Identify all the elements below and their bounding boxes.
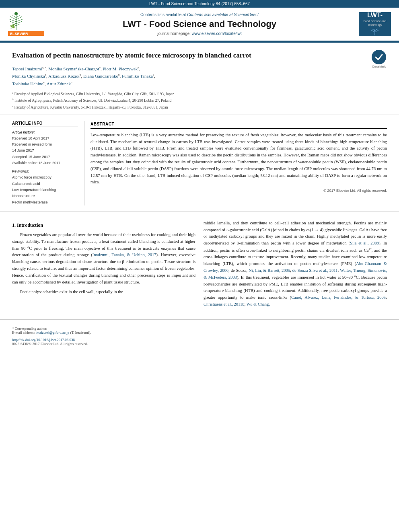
corresponding-label: * Corresponding author. (12, 327, 387, 331)
right-column: middle lamella, and they contribute to c… (204, 220, 387, 311)
keyword-1: Atomic force microscopy (12, 175, 78, 181)
journal-title: LWT - Food Science and Technology (48, 19, 351, 29)
keyword-4: Nanostructure (12, 193, 78, 199)
date-accepted: Accepted 15 June 2017 (12, 154, 78, 160)
affiliations: a Faculty of Applied Biological Sciences… (12, 91, 363, 111)
author-8: Toshitaka Uchino (12, 81, 43, 86)
elsevier-logo: 🌿 ELSEVIER (8, 12, 44, 37)
ref-desouza[interactable]: de Souza Silva et al., 2011 (292, 268, 338, 273)
email-line: E-mail address: imaizumi@gifu-u.ac.jp (T… (12, 331, 387, 335)
authors-line: Teppei Imaizumia, *, Monika Szymańska-Ch… (12, 65, 363, 88)
abstract-section: ABSTRACT Low-temperature blanching (LTB)… (84, 121, 387, 205)
journal-homepage: journal homepage: www.elsevier.com/locat… (48, 31, 351, 36)
history-title: Article history: (12, 130, 78, 134)
intro-paragraph-2: Pectic polysaccharides exist in the cell… (12, 289, 195, 296)
author-7: Fumihiko Tanaka (122, 74, 153, 78)
homepage-link[interactable]: www.elsevier.com/locate/lwt (192, 31, 242, 36)
footer-divider (12, 324, 60, 324)
author-3: Piotr M. Pieczywek (103, 66, 138, 71)
ref-canet[interactable]: Canet, Alvarez, Luna, Fernández, & Torto… (291, 295, 386, 300)
author-2: Monika Szymańska-Chargot (48, 66, 99, 71)
svg-point-21 (373, 51, 385, 63)
author-9: Artur Zdunek (47, 81, 71, 86)
author-1: Teppei Imaizumi (12, 66, 42, 71)
lwt-logo: LWT- Food Science andTechnology (359, 12, 391, 36)
svg-line-19 (372, 29, 375, 31)
date-received: Received 10 April 2017 (12, 136, 78, 142)
right-paragraph-1: middle lamella, and they contribute to c… (204, 220, 387, 308)
email-suffix: (T. Imaizumi). (70, 331, 91, 335)
article-header: Evaluation of pectin nanostructure by at… (0, 43, 399, 115)
affiliation-b: b Institute of Agrophysics, Polish Acade… (12, 97, 363, 104)
article-title: Evaluation of pectin nanostructure by at… (12, 51, 363, 60)
author-4: Monika Chylińska (12, 74, 45, 78)
date-revised: 14 June 2017 (12, 148, 78, 154)
ref-imaizumi[interactable]: Imaizumi, Tanaka, & Uchino, 2017 (93, 253, 156, 257)
ref-ni[interactable]: Ni, Lin, & Barrett, 2005 (249, 268, 290, 273)
keyword-5: Pectin methylesterase (12, 199, 78, 205)
svg-text:🌿: 🌿 (10, 24, 15, 29)
intro-paragraph-1: Frozen vegetables are popular all over t… (12, 232, 195, 286)
abstract-title: ABSTRACT (90, 121, 387, 129)
journal-center: Contents lists available at Contents lis… (48, 12, 351, 36)
ref-sila[interactable]: Sila et al., 2009 (350, 241, 379, 245)
abstract-copyright: © 2017 Elsevier Ltd. All rights reserved… (90, 188, 387, 194)
article-dates: Received 10 April 2017 Received in revis… (12, 136, 78, 166)
svg-point-15 (14, 12, 18, 15)
crossmark-circle (372, 50, 386, 64)
ref-christiaens[interactable]: Christiaens et al., 2011b (204, 302, 244, 306)
main-content: 1. Introduction Frozen vegetables are po… (0, 212, 399, 319)
footer-copyright: 0023-6438/© 2017 Elsevier Ltd. All right… (12, 342, 387, 346)
ref-wu[interactable]: Wu & Chang, (247, 302, 270, 306)
journal-citation: LWT - Food Science and Technology 84 (20… (149, 2, 250, 6)
section-heading: 1. Introduction (12, 222, 195, 229)
abstract-text: Low-temperature blanching (LTB) is a ver… (90, 132, 387, 186)
crossmark-label: CrossMark (372, 65, 386, 68)
footer: * Corresponding author. E-mail address: … (0, 319, 399, 348)
svg-line-18 (375, 30, 378, 32)
author-6: Diana Ganczarenko (83, 74, 118, 78)
keywords-title: Keywords: (12, 169, 78, 173)
keyword-2: Galacturonic acid (12, 181, 78, 187)
crossmark-logo[interactable]: CrossMark (371, 51, 387, 67)
article-title-block: Evaluation of pectin nanostructure by at… (12, 51, 363, 111)
svg-line-20 (371, 30, 375, 32)
lwt-logo-box: LWT- Food Science andTechnology (355, 12, 391, 36)
journal-header: 🌿 ELSEVIER Contents lists available at C… (0, 8, 399, 41)
author-5: Arkadiusz Kozioł (48, 74, 80, 78)
article-body: ARTICLE INFO Article history: Received 1… (0, 115, 399, 212)
date-online: Available online 18 June 2017 (12, 160, 78, 166)
article-info-title: ARTICLE INFO (12, 121, 78, 127)
svg-text:ELSEVIER: ELSEVIER (10, 32, 28, 36)
sciencedirect-text: Contents lists available at Contents lis… (48, 12, 351, 17)
affiliation-c: c Faculty of Agriculture, Kyushu Univers… (12, 104, 363, 111)
journal-top-bar: LWT - Food Science and Technology 84 (20… (0, 0, 399, 8)
article-info: ARTICLE INFO Article history: Received 1… (12, 121, 84, 205)
date-revised-label: Received in revised form (12, 142, 78, 148)
footer-email[interactable]: imaizumi@gifu-u.ac.jp (35, 331, 69, 335)
left-column: 1. Introduction Frozen vegetables are po… (12, 220, 195, 311)
keywords-list: Atomic force microscopy Galacturonic aci… (12, 175, 78, 205)
keyword-3: Low-temperature blanching (12, 187, 78, 193)
svg-line-17 (375, 29, 378, 31)
footer-doi[interactable]: http://dx.doi.org/10.1016/j.lwt.2017.06.… (12, 338, 387, 342)
affiliation-a: a Faculty of Applied Biological Sciences… (12, 91, 363, 97)
